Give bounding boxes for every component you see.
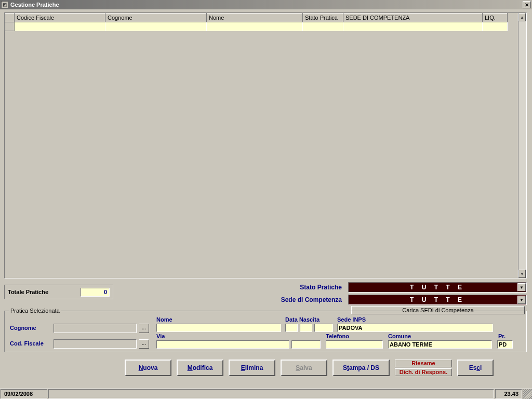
cognome-field[interactable]: [54, 324, 137, 333]
dich-respons-button[interactable]: Dich. di Respons.: [395, 368, 452, 376]
pr-field[interactable]: PD: [497, 340, 513, 349]
codfisc-label: Cod. Fiscale: [10, 340, 44, 347]
sede-competenza-label: Sede di Competenza: [260, 296, 348, 303]
riesame-button[interactable]: Riesame: [395, 360, 452, 367]
nuova-button[interactable]: Nuova: [125, 360, 171, 376]
resize-grip-icon[interactable]: [523, 389, 532, 399]
cell-stato[interactable]: [303, 22, 343, 31]
datanascita-month[interactable]: [300, 324, 312, 332]
cell-sede[interactable]: [343, 22, 483, 31]
cell-liq[interactable]: [483, 22, 508, 31]
scroll-up-icon[interactable]: ▲: [518, 13, 526, 21]
table-row[interactable]: [5, 22, 508, 31]
status-spacer: [48, 389, 494, 398]
group-legend: Pratica Selezionata: [9, 308, 61, 314]
datanascita-day[interactable]: [285, 324, 298, 332]
datanascita-label: Data Nascita: [285, 316, 320, 323]
status-bar: 09/02/2008 23.43: [0, 389, 532, 399]
pratica-selezionata-group: Pratica Selezionata Cognome ... Cod. Fis…: [4, 311, 527, 352]
stato-pratiche-label: Stato Pratiche: [260, 284, 348, 291]
codfisc-field[interactable]: [54, 339, 137, 349]
grid-table: Codice Fiscale Cognome Nome Stato Pratic…: [5, 13, 508, 31]
close-button[interactable]: ✕: [523, 1, 531, 8]
telefono-label: Telefono: [326, 333, 349, 339]
col-stato[interactable]: Stato Pratica: [303, 14, 343, 22]
grid-corner: [5, 14, 15, 22]
col-sede[interactable]: SEDE DI COMPETENZA: [343, 14, 483, 22]
filter-stato-row: Stato Pratiche T U T T E ▼: [260, 282, 527, 293]
cell-codfisc[interactable]: [15, 22, 105, 31]
cell-cognome[interactable]: [105, 22, 207, 31]
telefono-field[interactable]: [326, 340, 383, 349]
cognome-label: Cognome: [10, 325, 36, 331]
app-icon: ◩: [1, 1, 8, 8]
totale-value: 0: [81, 288, 110, 297]
codfisc-lookup-button[interactable]: ...: [139, 339, 149, 349]
sede-competenza-select[interactable]: T U T T E ▼: [348, 295, 527, 305]
col-codfisc[interactable]: Codice Fiscale: [15, 14, 105, 22]
col-nome[interactable]: Nome: [207, 14, 303, 22]
sedeinps-label: Sede INPS: [337, 316, 366, 323]
col-liq[interactable]: LIQ.: [483, 14, 508, 22]
action-buttons: Nuova Modifica Elimina Salva Stampa / DS…: [125, 358, 527, 377]
modifica-button[interactable]: Modifica: [177, 360, 223, 376]
esci-button[interactable]: Esci: [457, 360, 494, 376]
totals-box: Totale Pratiche 0: [4, 285, 113, 299]
filter-sede-row: Sede di Competenza T U T T E ▼: [260, 294, 527, 305]
data-grid[interactable]: Codice Fiscale Cognome Nome Stato Pratic…: [4, 12, 527, 278]
comune-field[interactable]: ABANO TERME: [388, 340, 492, 349]
col-cognome[interactable]: Cognome: [105, 14, 207, 22]
chevron-down-icon[interactable]: ▼: [517, 283, 526, 291]
status-time: 23.43: [495, 389, 522, 398]
civico-field[interactable]: [291, 340, 321, 349]
salva-button: Salva: [281, 360, 327, 376]
nome-label: Nome: [156, 316, 172, 323]
elimina-button[interactable]: Elimina: [229, 360, 275, 376]
comune-label: Comune: [388, 333, 411, 339]
datanascita-year[interactable]: [314, 324, 333, 332]
riesame-group: Riesame Dich. di Respons.: [395, 360, 452, 376]
stampa-button[interactable]: Stampa / DS: [332, 360, 390, 376]
grid-scrollbar[interactable]: ▲ ▼: [518, 13, 526, 278]
stato-pratiche-select[interactable]: T U T T E ▼: [348, 282, 527, 292]
cell-nome[interactable]: [207, 22, 303, 31]
status-date: 09/02/2008: [1, 389, 47, 398]
via-field[interactable]: [156, 340, 289, 349]
totale-label: Totale Pratiche: [8, 289, 48, 295]
title-bar: ◩ Gestione Pratiche ✕: [0, 0, 532, 9]
stato-pratiche-value: T U T T E: [410, 284, 465, 291]
chevron-down-icon[interactable]: ▼: [517, 296, 526, 304]
scroll-down-icon[interactable]: ▼: [518, 270, 526, 278]
sede-competenza-value: T U T T E: [410, 296, 465, 303]
pr-label: Pr.: [498, 333, 506, 339]
sedeinps-field[interactable]: PADOVA: [337, 324, 493, 332]
nome-field[interactable]: [156, 324, 281, 332]
row-header[interactable]: [5, 22, 15, 31]
via-label: Via: [156, 333, 165, 339]
window-title: Gestione Pratiche: [10, 2, 59, 8]
cognome-lookup-button[interactable]: ...: [139, 324, 149, 333]
